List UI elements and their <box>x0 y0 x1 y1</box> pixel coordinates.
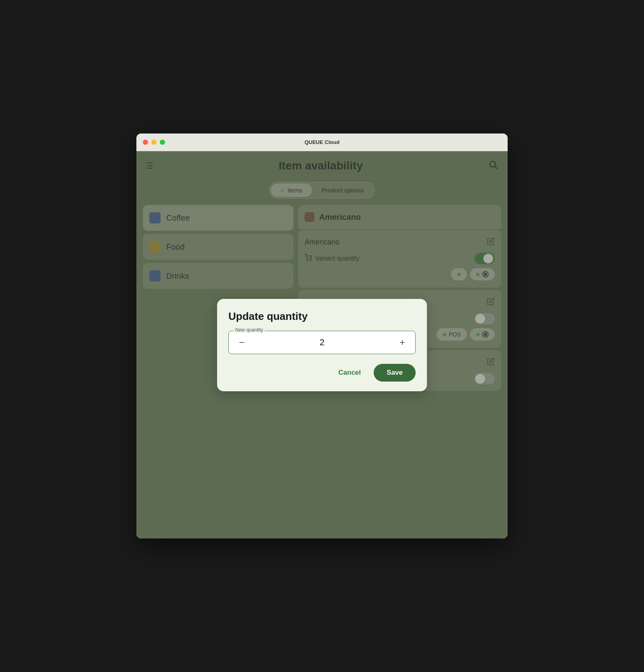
modal-actions: Cancel Save <box>228 364 416 382</box>
quantity-increment-button[interactable]: + <box>396 336 409 349</box>
quantity-value: 2 <box>320 337 324 348</box>
traffic-lights <box>143 140 165 145</box>
minimize-button[interactable] <box>151 140 157 145</box>
save-button[interactable]: Save <box>374 364 416 382</box>
titlebar: QUEUE Cloud <box>136 134 508 151</box>
modal-overlay: Update quantity New quantity − 2 + Cance… <box>136 151 508 538</box>
quantity-field: New quantity − 2 + <box>228 331 416 354</box>
close-button[interactable] <box>143 140 148 145</box>
quantity-decrement-button[interactable]: − <box>235 336 248 349</box>
cancel-button[interactable]: Cancel <box>332 365 368 380</box>
maximize-button[interactable] <box>160 140 165 145</box>
app-content: ☰ Item availability ✓ Items Product opti… <box>136 151 508 538</box>
update-quantity-modal: Update quantity New quantity − 2 + Cance… <box>217 299 427 391</box>
quantity-field-label: New quantity <box>234 327 265 333</box>
app-window: QUEUE Cloud ☰ Item availability ✓ Items <box>136 134 508 538</box>
modal-title: Update quantity <box>228 310 416 323</box>
window-title: QUEUE Cloud <box>305 139 340 145</box>
